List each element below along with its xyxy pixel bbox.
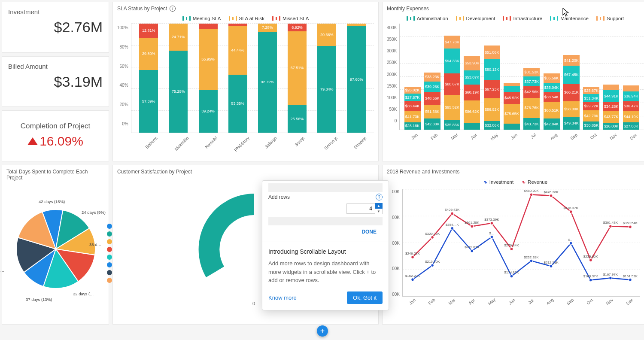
sla-chart-card: SLA Status by Project i Meeting SLA SLA … xyxy=(112,2,379,161)
svg-point-28 xyxy=(609,225,612,228)
svg-point-11 xyxy=(510,275,513,278)
kpi-value: $3.19M xyxy=(8,73,103,90)
scrollable-layout-popover: Add rows ? ▲ ▼ DONE Introducing Scrollab… xyxy=(262,180,389,310)
know-more-link[interactable]: Know more xyxy=(268,294,297,301)
revenue-legend: ∿Investment ∿Revenue xyxy=(387,179,644,185)
info-icon[interactable]: i xyxy=(170,6,176,12)
svg-point-19 xyxy=(431,236,434,239)
expenses-plot: 400K350K300K250K200K150K100K50K0 $28.18K… xyxy=(387,24,644,130)
revenue-card: 2018 Revenue and Investments ∿Investment… xyxy=(382,165,644,325)
svg-point-15 xyxy=(589,279,592,282)
title-text: Total Days Spent to Complete Each Projec… xyxy=(6,169,104,181)
legend-item: Meeting SLA xyxy=(193,16,221,21)
svg-point-23 xyxy=(510,247,513,250)
svg-point-16 xyxy=(609,276,612,279)
sla-plot: 100%80%60%40%20%0% 57.39%29.80%12.81%75.… xyxy=(117,24,374,133)
svg-text:0: 0 xyxy=(252,301,255,305)
svg-point-25 xyxy=(550,194,553,197)
svg-point-9 xyxy=(471,249,474,252)
legend-item: Infrastructure xyxy=(513,16,542,21)
svg-point-22 xyxy=(490,222,493,225)
svg-point-8 xyxy=(451,227,454,230)
legend-item: Development xyxy=(466,16,495,21)
spinner-up-button[interactable]: ▲ xyxy=(375,203,383,209)
done-link[interactable]: DONE xyxy=(268,227,383,240)
title-text: Customer Satisfaction by Project xyxy=(117,169,192,175)
svg-point-27 xyxy=(589,258,592,261)
legend-item: Missed SLA xyxy=(283,16,309,21)
legend-item: Support xyxy=(607,16,624,21)
legend-item: Administration xyxy=(417,16,448,21)
title-text: Monthly Expenses xyxy=(387,6,429,12)
popover-body: Add more rows to design dashboard with m… xyxy=(268,259,383,285)
popover-title: Introducing Scrollable Layout xyxy=(268,248,383,255)
svg-point-12 xyxy=(530,259,533,262)
svg-point-10 xyxy=(490,235,493,238)
sla-legend: Meeting SLA SLA at Risk Missed SLA xyxy=(117,16,374,21)
expenses-chart-card: Monthly Expenses Administration Developm… xyxy=(382,2,644,161)
add-rows-label: Add rows xyxy=(268,194,290,200)
svg-point-17 xyxy=(629,278,632,281)
expenses-legend: Administration Development Infrastructur… xyxy=(387,16,644,21)
title-text: SLA Status by Project xyxy=(117,6,167,12)
kpi-completion: Completion of Project 16.09% xyxy=(2,110,109,161)
kpi-column: Investment $2.76M Billed Amount $3.19M C… xyxy=(2,2,109,161)
ok-got-it-button[interactable]: Ok, Got it xyxy=(347,291,383,304)
pie-chart: 42 days (15%)24 days (9%)38 d…32 days (…… xyxy=(11,204,101,294)
help-icon[interactable]: ? xyxy=(376,194,383,200)
svg-point-18 xyxy=(411,255,414,258)
placeholder-row xyxy=(268,183,383,192)
legend-item: Investment xyxy=(489,179,513,185)
cursor-icon xyxy=(562,8,570,17)
svg-point-14 xyxy=(569,242,572,245)
y-axis: 100%80%60%40%20%0% xyxy=(117,24,131,133)
kpi-label: Billed Amount xyxy=(8,63,103,70)
svg-point-13 xyxy=(550,264,553,267)
x-axis: BaberrsMozmillinNavisiblPNGStorySafargoS… xyxy=(130,133,374,155)
kpi-percent: 16.09% xyxy=(39,134,83,149)
x-axis: JanFebMarAprMayJunJulAugSepOctNovDec xyxy=(400,130,644,142)
title-text: 2018 Revenue and Investments xyxy=(387,169,459,175)
kpi-value: 16.09% xyxy=(8,134,103,149)
card-title: Monthly Expenses xyxy=(387,6,644,12)
kpi-billed-amount: Billed Amount $3.19M xyxy=(2,56,109,107)
placeholder-row xyxy=(268,217,383,225)
svg-point-20 xyxy=(451,212,454,215)
add-rows-fab-bottom[interactable]: + xyxy=(317,325,328,337)
kpi-investment: Investment $2.76M xyxy=(2,2,109,53)
kpi-value: $2.76M xyxy=(8,19,103,36)
svg-point-26 xyxy=(569,210,572,213)
rows-input[interactable] xyxy=(346,203,375,214)
legend-item: SLA at Risk xyxy=(239,16,264,21)
svg-point-29 xyxy=(629,225,632,228)
legend-item: Revenue xyxy=(528,179,547,185)
svg-point-21 xyxy=(471,225,474,228)
kpi-label: Completion of Project xyxy=(8,122,103,131)
pie-card: Total Days Spent to Complete Each Projec… xyxy=(2,165,109,325)
x-axis: JanFebMarAprMayJunJulAugSepOctNovDec xyxy=(402,299,640,310)
y-axis: 400K350K300K250K200K150K100K50K0 xyxy=(387,24,399,130)
trend-up-icon xyxy=(27,137,38,145)
kpi-label: Investment xyxy=(8,8,103,15)
svg-point-6 xyxy=(411,278,414,281)
svg-point-7 xyxy=(431,264,434,267)
line-plot: 00K00K00K00K00K $162.23K$215.50K$354…K$2… xyxy=(387,189,644,310)
rows-spinner[interactable]: ▲ ▼ xyxy=(346,203,383,214)
spinner-down-button[interactable]: ▼ xyxy=(375,209,383,214)
svg-point-24 xyxy=(530,193,533,196)
card-title: SLA Status by Project i xyxy=(117,6,374,12)
